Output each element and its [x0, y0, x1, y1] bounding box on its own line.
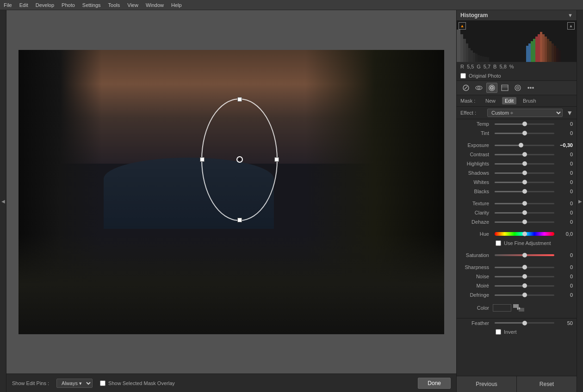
color-swatch[interactable] — [493, 304, 511, 312]
adj-highlights-thumb[interactable] — [522, 161, 527, 166]
edit-pins-select[interactable]: Always ▾ — [56, 379, 93, 388]
color-swap-icon[interactable]: ⇄ — [513, 304, 524, 312]
menu-view[interactable]: View — [127, 2, 138, 8]
ellipse-center-dot — [239, 159, 241, 160]
adj-feather-thumb[interactable] — [522, 321, 527, 325]
adj-exposure-thumb[interactable] — [519, 143, 523, 147]
adj-defringe-thumb[interactable] — [522, 293, 527, 297]
menu-photo[interactable]: Photo — [62, 2, 75, 8]
original-photo-checkbox[interactable] — [460, 73, 466, 79]
invert-checkbox[interactable] — [496, 329, 501, 335]
tool-radial-filter[interactable] — [486, 83, 497, 93]
g-label: G — [477, 64, 481, 69]
edit-pins-label: Show Edit Pins : — [12, 380, 49, 386]
adj-shadows-track[interactable] — [495, 172, 554, 174]
ellipse-handle-left[interactable] — [200, 157, 205, 162]
svg-line-29 — [465, 86, 467, 89]
svg-rect-13 — [526, 46, 528, 62]
center-area: Show Edit Pins : Always ▾ Show Selected … — [6, 10, 456, 392]
adj-temp-track[interactable] — [495, 123, 554, 125]
adj-whites-thumb[interactable] — [522, 180, 527, 184]
histogram-bars — [457, 20, 577, 62]
adj-defringe-track[interactable] — [495, 294, 554, 296]
adj-whites-track[interactable] — [495, 182, 554, 183]
ellipse-handle-top[interactable] — [237, 97, 242, 102]
adj-noise-track[interactable] — [495, 276, 554, 277]
adj-sharpness-thumb[interactable] — [522, 265, 527, 270]
tool-red-eye[interactable] — [473, 83, 484, 93]
adj-texture-thumb[interactable] — [522, 201, 527, 206]
menu-file[interactable]: File — [4, 2, 12, 8]
adj-feather-row: Feather 50 — [457, 318, 577, 327]
adj-defringe-row: Defringe 0 — [457, 290, 577, 300]
adj-hue-track[interactable] — [495, 232, 554, 236]
adj-texture-track[interactable] — [495, 203, 554, 204]
adj-contrast-thumb[interactable] — [522, 152, 527, 157]
adj-blacks-thumb[interactable] — [522, 189, 527, 194]
effect-select[interactable]: Custom ÷ — [487, 109, 563, 117]
menu-develop[interactable]: Develop — [36, 2, 54, 8]
adj-dehaze-track[interactable] — [495, 221, 554, 223]
adj-saturation-thumb[interactable] — [522, 253, 527, 257]
mask-new-button[interactable]: New — [483, 97, 498, 104]
mask-brush-button[interactable]: Brush — [520, 97, 539, 104]
photo-viewport[interactable] — [6, 10, 456, 374]
adj-highlights-track[interactable] — [495, 163, 554, 165]
adj-contrast-track[interactable] — [495, 154, 554, 155]
right-panel-arrow-icon: ▶ — [578, 199, 582, 204]
previous-button[interactable]: Previous — [457, 376, 517, 392]
radial-filter-icon — [488, 84, 496, 92]
adj-blacks-track[interactable] — [495, 191, 554, 192]
tool-more[interactable]: ••• — [525, 83, 536, 93]
adj-saturation-track[interactable] — [495, 254, 554, 256]
adj-texture-row: Texture 0 — [457, 199, 577, 208]
adj-moire-row: Moiré 0 — [457, 281, 577, 290]
adj-dehaze-thumb[interactable] — [522, 220, 527, 224]
adj-noise-thumb[interactable] — [522, 274, 527, 279]
svg-rect-4 — [468, 48, 471, 62]
done-button[interactable]: Done — [418, 378, 451, 389]
svg-rect-18 — [538, 34, 540, 62]
adj-exposure-track[interactable] — [495, 145, 554, 146]
adj-clarity-thumb[interactable] — [522, 210, 527, 215]
effect-dropdown-icon[interactable]: ▼ — [566, 109, 573, 116]
adj-tint-thumb[interactable] — [522, 131, 527, 135]
menu-tools[interactable]: Tools — [108, 2, 120, 8]
reset-button[interactable]: Reset — [517, 376, 577, 392]
adj-tint-track[interactable] — [495, 133, 554, 134]
ellipse-mask[interactable] — [201, 98, 278, 221]
tool-adjustment-brush[interactable] — [512, 83, 523, 93]
ellipse-handle-bottom[interactable] — [237, 218, 242, 222]
adj-sharpness-track[interactable] — [495, 267, 554, 268]
right-panel-toggle[interactable]: ▶ — [577, 10, 583, 392]
ellipse-handle-right[interactable] — [274, 157, 279, 162]
adj-feather-track[interactable] — [495, 322, 554, 324]
adj-tint-value: 0 — [556, 130, 573, 136]
adj-shadows-thumb[interactable] — [522, 171, 527, 175]
adj-moire-thumb[interactable] — [522, 283, 527, 288]
adj-temp-thumb[interactable] — [522, 122, 527, 126]
adj-hue-thumb[interactable] — [522, 232, 527, 236]
menu-edit[interactable]: Edit — [19, 2, 28, 8]
histogram-dropdown-icon[interactable]: ▼ — [568, 12, 573, 18]
adj-noise-row: Noise 0 — [457, 272, 577, 281]
menu-help[interactable]: Help — [171, 2, 182, 8]
svg-rect-6 — [473, 53, 475, 62]
mask-overlay-checkbox[interactable] — [100, 380, 105, 386]
adj-clarity-track[interactable] — [495, 212, 554, 214]
menu-window[interactable]: Window — [146, 2, 164, 8]
menu-settings[interactable]: Settings — [82, 2, 101, 8]
left-panel-toggle[interactable]: ◀ — [0, 10, 6, 392]
svg-rect-22 — [547, 39, 549, 62]
tool-graduated-filter[interactable] — [499, 83, 510, 93]
mask-edit-button[interactable]: Edit — [502, 97, 516, 104]
ellipse-center-handle[interactable] — [236, 156, 243, 163]
svg-rect-9 — [480, 56, 482, 62]
adj-sharpness-value: 0 — [556, 264, 573, 270]
fine-adjustment-checkbox[interactable] — [496, 240, 501, 246]
adj-color-row: Color ⇄ — [457, 302, 577, 313]
adj-moire-track[interactable] — [495, 285, 554, 287]
svg-point-31 — [478, 87, 480, 89]
adj-noise-fill — [495, 276, 525, 277]
tool-spot-removal[interactable] — [460, 83, 471, 93]
